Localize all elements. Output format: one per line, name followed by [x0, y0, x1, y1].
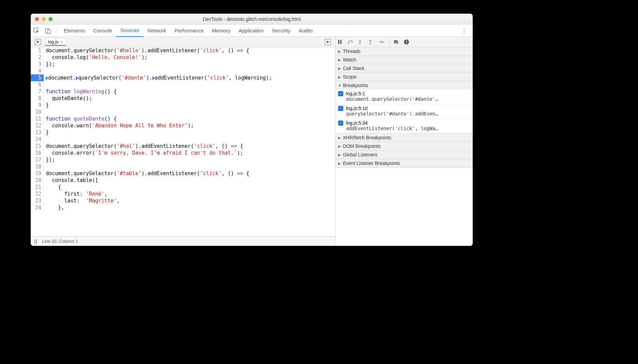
code-line[interactable]: 17});: [31, 156, 335, 163]
tab-elements[interactable]: Elements: [60, 25, 89, 37]
tab-performance[interactable]: Performance: [170, 25, 208, 37]
pane-breakpoints[interactable]: ▼Breakpoints: [335, 81, 473, 89]
code-line[interactable]: 20 console.table([: [31, 177, 335, 184]
breakpoint-item[interactable]: ✓log.js:5:10querySelector('#dante').addE…: [335, 104, 473, 119]
close-tab-icon[interactable]: ×: [60, 39, 63, 44]
code-line[interactable]: 14: [31, 136, 335, 143]
line-gutter[interactable]: 24: [31, 204, 44, 211]
line-gutter[interactable]: 1: [31, 47, 44, 54]
tab-sources[interactable]: Sources: [116, 25, 143, 37]
line-gutter[interactable]: 9: [31, 102, 44, 109]
line-gutter[interactable]: 4: [31, 68, 44, 74]
code-line[interactable]: 6: [31, 81, 335, 88]
line-source[interactable]: console.error(`I'm sorry, Dave. I'm afra…: [44, 150, 243, 156]
line-source[interactable]: document.querySelector('#hello').addEven…: [44, 47, 249, 54]
line-source[interactable]: });: [44, 61, 55, 68]
code-line[interactable]: 1document.querySelector('#hello').addEve…: [31, 47, 335, 54]
code-line[interactable]: 5document.querySelector('#dante').addEve…: [31, 74, 335, 81]
tab-network[interactable]: Network: [143, 25, 170, 37]
line-gutter[interactable]: 5: [31, 74, 44, 81]
code-line[interactable]: 19document.querySelector('#table').addEv…: [31, 170, 335, 177]
line-gutter[interactable]: 3: [31, 61, 44, 68]
pane-callstack[interactable]: ▶Call Stack: [335, 64, 473, 72]
step-into-icon[interactable]: [358, 40, 365, 44]
code-line[interactable]: 15document.querySelector('#hal').addEven…: [31, 143, 335, 150]
line-gutter[interactable]: 16: [31, 150, 44, 156]
tab-audits[interactable]: Audits: [294, 25, 317, 37]
pane-watch[interactable]: ▶Watch: [335, 56, 473, 64]
line-gutter[interactable]: 21: [31, 184, 44, 191]
zoom-window-button[interactable]: [48, 17, 53, 21]
line-source[interactable]: console.log('Hello, Console!');: [44, 54, 148, 61]
code-line[interactable]: 10: [31, 109, 335, 115]
line-source[interactable]: },: [44, 204, 64, 211]
line-source[interactable]: document.querySelector('#dante').addEven…: [44, 74, 272, 81]
pretty-print-icon[interactable]: {}: [34, 239, 37, 244]
line-source[interactable]: document.querySelector('#table').addEven…: [44, 170, 249, 177]
line-source[interactable]: console.warn('Abandon Hope All Ye Who En…: [44, 122, 194, 129]
inspect-element-icon[interactable]: [33, 27, 40, 34]
code-line[interactable]: 11function quoteDante() {: [31, 115, 335, 122]
pause-on-exceptions-icon[interactable]: [404, 40, 411, 44]
line-source[interactable]: });: [44, 156, 55, 163]
line-gutter[interactable]: 12: [31, 122, 44, 129]
line-gutter[interactable]: 7: [31, 88, 44, 95]
line-source[interactable]: [44, 136, 46, 143]
line-gutter[interactable]: 6: [31, 81, 44, 88]
line-source[interactable]: first: 'René',: [44, 191, 108, 197]
code-line[interactable]: 13}: [31, 129, 335, 136]
line-source[interactable]: function quoteDante() {: [44, 115, 117, 122]
close-window-button[interactable]: [35, 17, 39, 21]
tab-console[interactable]: Console: [89, 25, 116, 37]
line-gutter[interactable]: 14: [31, 136, 44, 143]
code-line[interactable]: 12 console.warn('Abandon Hope All Ye Who…: [31, 122, 335, 129]
pane-threads[interactable]: ▶Threads: [335, 47, 473, 55]
breakpoint-checkbox[interactable]: ✓: [338, 121, 343, 126]
pause-icon[interactable]: [337, 40, 344, 44]
pane-event-listener-breakpoints[interactable]: ▶Event Listener Breakpoints: [335, 159, 473, 167]
line-source[interactable]: [44, 68, 46, 74]
line-source[interactable]: {: [44, 184, 61, 191]
code-line[interactable]: 8 quoteDante();: [31, 95, 335, 102]
line-gutter[interactable]: 10: [31, 109, 44, 115]
code-line[interactable]: 16 console.error(`I'm sorry, Dave. I'm a…: [31, 150, 335, 156]
code-line[interactable]: 18: [31, 163, 335, 170]
line-gutter[interactable]: 15: [31, 143, 44, 150]
line-gutter[interactable]: 13: [31, 129, 44, 136]
line-gutter[interactable]: 19: [31, 170, 44, 177]
line-gutter[interactable]: 18: [31, 163, 44, 170]
show-navigator-icon[interactable]: [35, 39, 41, 45]
line-gutter[interactable]: 8: [31, 95, 44, 102]
line-gutter[interactable]: 2: [31, 54, 44, 61]
tab-application[interactable]: Application: [235, 25, 268, 37]
pane-global-listeners[interactable]: ▶Global Listeners: [335, 151, 473, 159]
pane-xhr-breakpoints[interactable]: ▶XHR/fetch Breakpoints: [335, 134, 473, 142]
line-gutter[interactable]: 22: [31, 191, 44, 197]
line-source[interactable]: [44, 109, 46, 115]
code-line[interactable]: 24 },: [31, 204, 335, 211]
code-line[interactable]: 2 console.log('Hello, Console!');: [31, 54, 335, 61]
code-line[interactable]: 22 first: 'René',: [31, 191, 335, 197]
breakpoint-checkbox[interactable]: ✓: [338, 106, 343, 111]
step-icon[interactable]: [378, 40, 385, 44]
tab-security[interactable]: Security: [268, 25, 294, 37]
code-editor[interactable]: 1document.querySelector('#hello').addEve…: [31, 47, 335, 236]
line-source[interactable]: quoteDante();: [44, 95, 92, 102]
code-line[interactable]: 9}: [31, 102, 335, 109]
show-debugger-icon[interactable]: [325, 39, 331, 45]
minimize-window-button[interactable]: [42, 17, 46, 21]
pane-dom-breakpoints[interactable]: ▶DOM Breakpoints: [335, 142, 473, 150]
line-source[interactable]: [44, 81, 46, 88]
line-source[interactable]: function logWarning() {: [44, 88, 117, 95]
line-source[interactable]: }: [44, 102, 49, 109]
breakpoint-item[interactable]: ✓log.js:5:1document.querySelector('#dant…: [335, 89, 473, 104]
code-line[interactable]: 3});: [31, 61, 335, 68]
code-line[interactable]: 21 {: [31, 184, 335, 191]
device-toolbar-icon[interactable]: [44, 27, 52, 34]
code-line[interactable]: 7function logWarning() {: [31, 88, 335, 95]
code-line[interactable]: 4: [31, 68, 335, 74]
pane-scope[interactable]: ▶Scope: [335, 73, 473, 81]
line-source[interactable]: console.table([: [44, 177, 98, 184]
line-gutter[interactable]: 11: [31, 115, 44, 122]
code-line[interactable]: 23 last: 'Magritte',: [31, 197, 335, 204]
